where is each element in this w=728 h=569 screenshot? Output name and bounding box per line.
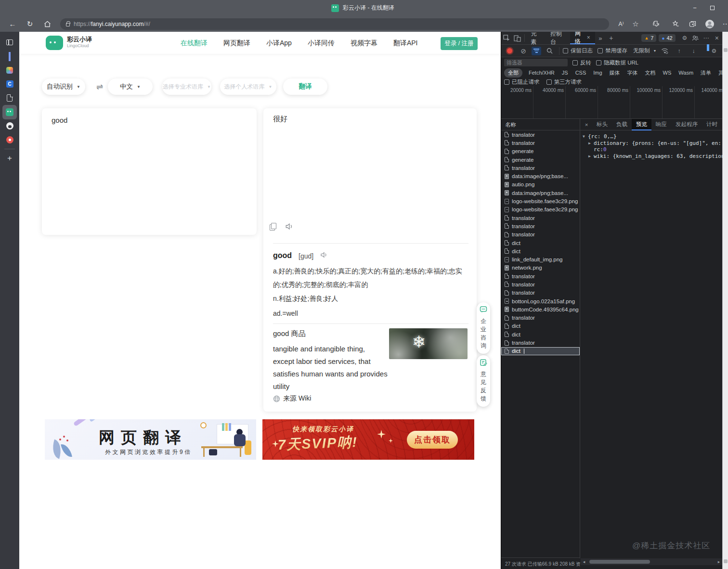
nav-item-在线翻译[interactable]: 在线翻译	[181, 39, 208, 48]
third-party-checkbox[interactable]: 第三方请求	[546, 78, 582, 86]
clear-network-log-button[interactable]: ⊘	[517, 45, 530, 57]
nav-item-翻译API[interactable]: 翻译API	[393, 39, 418, 48]
request-row[interactable]: buttomCode.49395c64.png	[501, 305, 580, 313]
blocked-requests-checkbox[interactable]: 已阻止请求	[504, 78, 540, 86]
extensions-button[interactable]	[649, 16, 663, 32]
request-row[interactable]: translator	[501, 222, 580, 230]
source-text-input[interactable]: good	[42, 108, 257, 235]
filter-chip-Wasm[interactable]: Wasm	[677, 69, 694, 77]
maximize-button[interactable]	[703, 0, 721, 16]
nav-item-小译App[interactable]: 小译App	[266, 39, 292, 48]
collections-button[interactable]	[668, 16, 682, 32]
copy-icon[interactable]	[270, 223, 276, 230]
rail-tab-caiyun-active[interactable]	[0, 105, 19, 119]
inspect-element-button[interactable]	[501, 32, 512, 44]
devtools-close-button[interactable]: ×	[712, 32, 722, 44]
request-row[interactable]: translator	[501, 272, 580, 280]
close-tab-icon[interactable]: ×	[587, 34, 590, 41]
rail-tab-red[interactable]	[0, 133, 19, 147]
request-row[interactable]: translator	[501, 314, 580, 322]
request-row[interactable]: bottonLogo.022a15af.png	[501, 297, 580, 305]
source-language-select[interactable]: 自动识别▼	[42, 78, 85, 95]
filter-chip-全部[interactable]: 全部	[504, 68, 522, 78]
record-button[interactable]	[507, 48, 512, 53]
filter-chip-CSS[interactable]: CSS	[574, 69, 587, 77]
profile-avatar[interactable]	[703, 16, 716, 32]
back-button[interactable]: ←	[6, 16, 19, 32]
brand-text[interactable]: 彩云小译 LingoCloud	[67, 36, 92, 48]
warnings-badge[interactable]: ▲7	[641, 34, 656, 42]
filter-chip-字体[interactable]: 字体	[626, 68, 639, 78]
tab-actions-button[interactable]	[0, 35, 19, 49]
devtools-settings-button[interactable]: ⚙	[679, 32, 690, 44]
browser-tab[interactable]: 彩云小译 - 在线翻译	[331, 0, 394, 16]
nav-item-视频字幕[interactable]: 视频字幕	[351, 39, 377, 48]
swap-languages-button[interactable]: ⇌	[91, 78, 108, 95]
enterprise-consult-button[interactable]: 企业咨询	[477, 302, 490, 354]
request-row[interactable]: dict	[501, 330, 580, 338]
devtools-tab-控制台[interactable]: 控制台	[546, 32, 570, 44]
detail-tab-预览[interactable]: 预览	[632, 119, 651, 130]
caiyun-logo-icon[interactable]	[46, 36, 63, 50]
nav-item-小译同传[interactable]: 小译同传	[308, 39, 335, 48]
add-tab-button[interactable]: +	[606, 32, 616, 44]
filter-chip-Img[interactable]: Img	[592, 69, 603, 77]
rail-tab-github[interactable]	[0, 119, 19, 133]
issue-badges[interactable]: ▲7●42	[641, 34, 675, 42]
webpage-translate-banner[interactable]: 网页翻译 外文网页浏览效率提升9倍	[45, 419, 256, 460]
expander-arrow-icon[interactable]: ▶	[588, 140, 594, 147]
preserve-log-checkbox[interactable]: 保留日志	[563, 47, 593, 54]
close-detail-button[interactable]: ×	[581, 122, 592, 128]
request-row[interactable]: autio.png	[501, 181, 580, 189]
request-row[interactable]: network.png	[501, 264, 580, 272]
network-search-button[interactable]	[543, 45, 556, 57]
devtools-menu-button[interactable]: ⋯	[701, 32, 711, 44]
pro-glossary-select[interactable]: 选择专业术语库▼	[162, 78, 211, 95]
request-row[interactable]: logo-website.faee3c29.png	[501, 206, 580, 214]
browser-essentials-button[interactable]	[686, 16, 699, 32]
favorite-star-button[interactable]: ☆	[629, 16, 642, 32]
scrollbar-thumb[interactable]	[589, 560, 650, 564]
request-row[interactable]: dict	[501, 239, 580, 247]
request-row[interactable]: translator	[501, 289, 580, 297]
name-column-header[interactable]: 名称	[501, 119, 580, 130]
request-row[interactable]: data:image/png;base...	[501, 189, 580, 197]
request-row[interactable]: dict	[501, 347, 580, 355]
filter-chip-JS[interactable]: JS	[561, 69, 569, 77]
rail-tab-1[interactable]	[0, 49, 19, 63]
preview-horizontal-scrollbar[interactable]: ◂ ▸	[581, 558, 722, 565]
filter-chip-文档[interactable]: 文档	[644, 68, 657, 78]
request-row[interactable]: data:image/png;base...	[501, 172, 580, 180]
filter-toggle-button[interactable]	[532, 47, 541, 55]
pronounce-speaker-icon[interactable]	[320, 251, 328, 259]
feedback-button[interactable]: 意见反馈	[477, 355, 490, 407]
translate-button[interactable]: 翻译	[283, 78, 327, 95]
request-row[interactable]: translator	[501, 139, 580, 147]
request-row[interactable]: link_default_img.png	[501, 255, 580, 263]
request-row[interactable]: translator	[501, 280, 580, 288]
expander-arrow-icon[interactable]: ▼	[583, 133, 588, 140]
request-row[interactable]: dict	[501, 322, 580, 330]
network-overview-timeline[interactable]: 20000 ms40000 ms60000 ms80000 ms100000 m…	[501, 86, 722, 119]
request-row[interactable]: translator	[501, 231, 580, 239]
nav-item-网页翻译[interactable]: 网页翻译	[223, 39, 250, 48]
minimize-button[interactable]: −	[686, 0, 703, 16]
expander-arrow-icon[interactable]: ▶	[588, 153, 594, 160]
close-button[interactable]: ×	[721, 0, 728, 16]
filter-chip-Fetch/XHR[interactable]: Fetch/XHR	[528, 69, 556, 77]
edge-sidebar-rail[interactable]	[722, 32, 728, 569]
request-row[interactable]: translator	[501, 164, 580, 172]
export-har-button[interactable]: ↓	[687, 45, 700, 57]
browser-menu-button[interactable]: ⋯	[719, 16, 728, 32]
claim-button[interactable]: 点击领取	[407, 431, 458, 449]
request-row[interactable]: logo-website.faee3c29.png	[501, 197, 580, 205]
preview-json-line[interactable]: ▶wiki: {known_in_laguages: 63, descripti…	[581, 153, 722, 160]
home-button[interactable]	[40, 16, 54, 32]
request-row[interactable]: translator	[501, 338, 580, 347]
rail-tab-4[interactable]	[0, 91, 19, 105]
filter-chip-WS[interactable]: WS	[662, 69, 673, 77]
svip-promo-banner[interactable]: 快来领取彩云小译 7天SVIP呐! 点击领取	[262, 419, 474, 460]
address-bar[interactable]: https://fanyi.caiyunapp.com/#/	[60, 18, 609, 30]
filter-chip-媒体[interactable]: 媒体	[609, 68, 621, 78]
detail-tab-计时[interactable]: 计时	[702, 119, 722, 130]
